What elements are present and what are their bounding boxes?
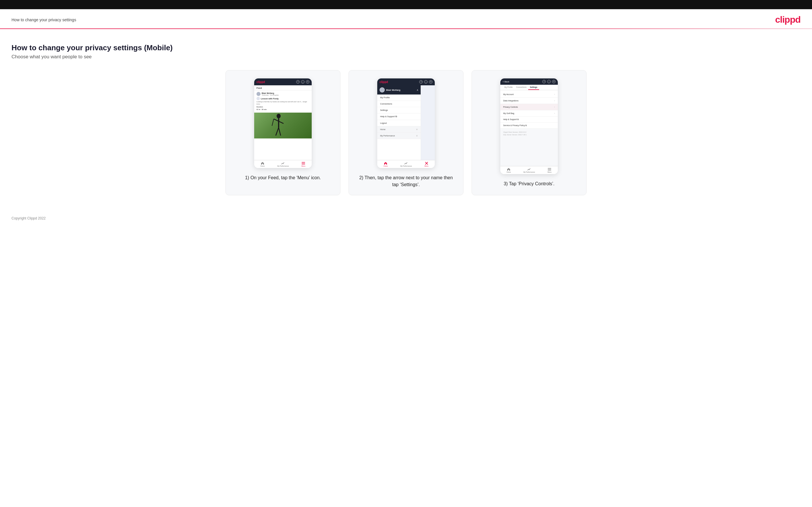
menu-item-performance-section: My Performance ∨ bbox=[377, 133, 421, 139]
top-bar bbox=[0, 0, 812, 9]
performance-icon-3 bbox=[527, 168, 531, 171]
header-divider bbox=[0, 29, 812, 29]
feed-post: Blair McHarg Yesterday · Sunningdale Les… bbox=[254, 91, 312, 113]
menu-panel: Blair McHarg ∧ My Profile Connections bbox=[377, 85, 421, 160]
nav3-performance: My Performance bbox=[523, 168, 535, 173]
nav3-menu-label: Menu bbox=[548, 171, 552, 173]
back-button: < Back bbox=[503, 80, 509, 83]
version-line-2: GQL Server Version: 2022.7.30-1 bbox=[503, 133, 555, 136]
settings-row-help: Help & Support ⧉ bbox=[500, 117, 558, 123]
settings-list: My Account › Data Integrations › Privacy… bbox=[500, 91, 558, 129]
menu-item-my-profile: My Profile bbox=[377, 95, 421, 101]
settings-icon-2: ⚙ bbox=[429, 80, 433, 83]
nav3-home: Home bbox=[507, 168, 511, 173]
search-icon-2: ⚲ bbox=[419, 80, 423, 83]
nav-home-label: Home bbox=[260, 165, 265, 167]
feed-label: Feed bbox=[254, 85, 312, 91]
menu-icon bbox=[301, 162, 305, 165]
phone1-topbar: clippd ⚲ ☺ ⚙ bbox=[254, 78, 312, 85]
phone1-icons: ⚲ ☺ ⚙ bbox=[296, 80, 309, 83]
feed-duration-label: Duration bbox=[256, 106, 309, 108]
step-2-caption: 2) Then, tap the arrow next to your name… bbox=[356, 174, 456, 188]
steps-container: clippd ⚲ ☺ ⚙ Feed Blair McHarg bbox=[11, 70, 801, 195]
svg-rect-7 bbox=[302, 162, 305, 163]
settings-icon: ⚙ bbox=[306, 80, 309, 83]
phone2-icons: ⚲ ☺ ⚙ bbox=[419, 80, 433, 83]
nav-menu: Menu bbox=[301, 162, 305, 167]
chevron-icon-golf: › bbox=[554, 112, 555, 115]
menu-item-home-section: Home ∨ bbox=[377, 126, 421, 133]
feed-lesson-row: Lesson with Fordy bbox=[256, 97, 309, 100]
svg-rect-8 bbox=[302, 163, 305, 164]
phone1-body: Feed Blair McHarg Yesterday · Sunningdal… bbox=[254, 85, 312, 160]
settings-row-privacy-controls: Privacy Controls › bbox=[500, 104, 558, 110]
golfer-svg bbox=[271, 113, 286, 138]
svg-point-0 bbox=[276, 114, 281, 118]
chevron-down-icon-perf: ∨ bbox=[416, 134, 418, 137]
svg-rect-13 bbox=[548, 169, 551, 170]
feed-author-sub: Yesterday · Sunningdale bbox=[262, 94, 278, 96]
nav2-home-label: Home bbox=[384, 165, 388, 167]
chevron-icon-privacy: › bbox=[554, 106, 555, 108]
user-icon: ☺ bbox=[301, 80, 305, 83]
chevron-icon-data: › bbox=[554, 99, 555, 102]
phone-mockup-3: < Back ⚲ ☺ ⚙ My Profile Connections Sett… bbox=[500, 78, 558, 174]
nav3-performance-label: My Performance bbox=[523, 171, 535, 173]
phone3-body: My Account › Data Integrations › Privacy… bbox=[500, 91, 558, 166]
nav2-performance: My Performance bbox=[400, 162, 412, 167]
chevron-down-icon-home: ∨ bbox=[416, 128, 418, 131]
menu-avatar bbox=[379, 87, 385, 93]
header-title: How to change your privacy settings bbox=[11, 17, 76, 22]
feed-text: Looking to feel like my hands are exitin… bbox=[256, 101, 309, 105]
nav3-home-label: Home bbox=[507, 171, 511, 173]
lesson-icon bbox=[256, 97, 260, 100]
nav-home: Home bbox=[260, 162, 265, 167]
feed-avatar bbox=[256, 92, 260, 96]
nav-menu-label: Menu bbox=[301, 165, 305, 167]
search-icon-3: ⚲ bbox=[542, 80, 546, 83]
svg-line-6 bbox=[272, 119, 274, 126]
settings-icon-3: ⚙ bbox=[552, 80, 556, 83]
settings-row-golf-bag: My Golf Bag › bbox=[500, 110, 558, 117]
feed-image bbox=[254, 113, 312, 138]
nav-performance-label: My Performance bbox=[277, 165, 289, 167]
home-icon-3 bbox=[507, 168, 511, 171]
settings-row-service-privacy: Service & Privacy Policy ⧉ bbox=[500, 123, 558, 129]
step-1-card: clippd ⚲ ☺ ⚙ Feed Blair McHarg bbox=[225, 70, 341, 195]
settings-row-data-integrations: Data Integrations › bbox=[500, 98, 558, 104]
svg-line-4 bbox=[276, 127, 278, 135]
menu-user-name: Blair McHarg bbox=[386, 89, 400, 91]
feed-author: Blair McHarg Yesterday · Sunningdale bbox=[256, 92, 309, 96]
phone2-topbar: clippd ⚲ ☺ ⚙ bbox=[377, 78, 435, 85]
phone2-bottom-nav: Home My Performance Menu bbox=[377, 160, 435, 168]
svg-rect-9 bbox=[302, 164, 305, 165]
nav2-home: Home bbox=[384, 162, 388, 167]
phone2-body: Blair McHarg ∧ My Profile Connections bbox=[377, 85, 435, 160]
tab-connections: Connections bbox=[514, 85, 528, 90]
step-3-card: < Back ⚲ ☺ ⚙ My Profile Connections Sett… bbox=[471, 70, 587, 195]
phone1-logo: clippd bbox=[256, 80, 265, 83]
nav2-performance-label: My Performance bbox=[400, 165, 412, 167]
phone3-bottom-nav: Home My Performance Menu bbox=[500, 166, 558, 174]
phone1-bottom-nav: Home My Performance Menu bbox=[254, 160, 312, 168]
user-icon-3: ☺ bbox=[547, 80, 551, 83]
feed-lesson-title: Lesson with Fordy bbox=[261, 98, 278, 100]
menu-item-connections: Connections bbox=[377, 101, 421, 107]
svg-rect-14 bbox=[548, 170, 551, 171]
nav2-menu: Menu bbox=[424, 162, 428, 167]
main-content: How to change your privacy settings (Mob… bbox=[0, 38, 812, 207]
menu-icon-3 bbox=[548, 168, 552, 171]
menu-item-settings: Settings bbox=[377, 107, 421, 113]
settings-row-my-account: My Account › bbox=[500, 91, 558, 98]
page-heading: How to change your privacy settings (Mob… bbox=[11, 43, 801, 52]
home-icon bbox=[260, 162, 264, 165]
chevron-icon-account: › bbox=[554, 93, 555, 96]
header: How to change your privacy settings clip… bbox=[0, 9, 812, 29]
search-icon: ⚲ bbox=[296, 80, 300, 83]
feed-duration-value: 01 hr : 30 min bbox=[256, 109, 309, 110]
phone3-icons: ⚲ ☺ ⚙ bbox=[542, 80, 556, 83]
svg-line-3 bbox=[278, 121, 284, 123]
phone3-topbar: < Back ⚲ ☺ ⚙ bbox=[500, 78, 558, 85]
step-3-caption: 3) Tap ‘Privacy Controls’. bbox=[504, 180, 555, 187]
chevron-up-icon: ∧ bbox=[417, 89, 418, 91]
